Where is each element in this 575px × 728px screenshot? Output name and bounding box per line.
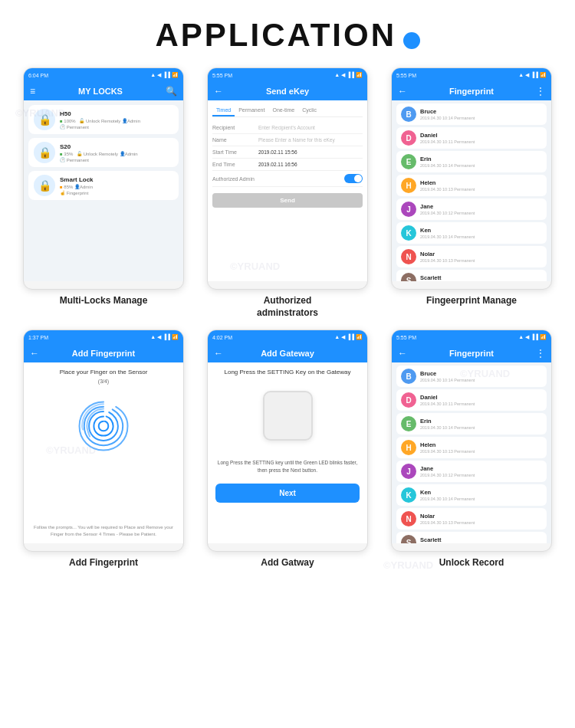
- ur-fp-avatar-helen: H: [401, 440, 416, 455]
- fp-info-erin: Erin2019.04.30 10:14 Permanent: [420, 156, 475, 168]
- lock-item-h50: 🔒 H50 ■ 100% 🔓 Unlock Remotely 👤Admin 🕐 …: [28, 105, 179, 134]
- ekey-val-name: Please Enter a Name for this eKey: [258, 137, 335, 143]
- status-icons-5: ▲ ◀ ▐▐ 📶: [334, 334, 363, 340]
- next-button[interactable]: Next: [215, 484, 360, 503]
- ekey-row-admin: Authorized Admin: [212, 171, 363, 187]
- caption-send-ekey: Authorized adminstrators: [257, 295, 318, 319]
- tab-onetime[interactable]: One-time: [268, 105, 298, 116]
- status-bar-1: 6:04 PM ▲ ◀ ▐▐ 📶: [24, 68, 183, 82]
- lock-item-s20: 🔒 S20 ■ 35% 🔓 Unlock Remotely 👤Admin 🕐 P…: [28, 138, 179, 167]
- status-bar-2: 5:55 PM ▲ ◀ ▐▐ 📶: [208, 68, 367, 82]
- fp-item-erin: E Erin2019.04.30 10:14 Permanent: [396, 151, 547, 172]
- more-icon-fp[interactable]: ⋮: [536, 86, 545, 97]
- fp-info-nolar: Nolar2019.04.30 10:13 Permanent: [420, 251, 475, 263]
- ur-fp-item-nolar: N Nolar2019.04.30 10:13 Permanent: [396, 508, 547, 530]
- phone-cell-fp-manage: 5:55 PM ▲ ◀ ▐▐ 📶 ← Fingerprint ⋮ B Bruce…: [385, 67, 558, 319]
- phone-cell-add-gw: 4:02 PM ▲ ◀ ▐▐ 📶 ← Add Gateway Long Pres…: [201, 330, 374, 581]
- status-bar-3: 5:55 PM ▲ ◀ ▐▐ 📶: [392, 68, 551, 82]
- fp-list: B Bruce2019.04.30 10:14 Permanent D Dani…: [392, 100, 551, 281]
- ur-fp-info-daniel: Daniel2019.04.30 10:11 Permanent: [420, 394, 475, 406]
- phone-frame-my-locks: 6:04 PM ▲ ◀ ▐▐ 📶 ≡ MY LOCKS 🔍 🔒 H50 ■ 10…: [23, 67, 184, 290]
- fp-item-ken: K Ken2019.04.30 10:14 Permanent: [396, 222, 547, 244]
- lock-icon-h50: 🔒: [34, 109, 55, 130]
- lock-name-smart: Smart Lock: [60, 176, 173, 183]
- tab-permanent[interactable]: Permanent: [235, 105, 268, 116]
- caption-my-locks: Multi-Locks Manage: [60, 295, 148, 307]
- add-fp-content: Place your Finger on the Sensor (3/4) Fo…: [24, 362, 183, 543]
- phone-header-add-fp: ← Add Fingerprint: [24, 344, 183, 362]
- menu-icon[interactable]: ≡: [30, 86, 35, 97]
- ekey-label-name: Name: [212, 137, 258, 143]
- ur-fp-info-erin: Erin2019.04.30 10:14 Permanent: [420, 418, 475, 430]
- add-fp-instruction: Place your Finger on the Sensor: [60, 369, 148, 375]
- lock-name-h50: H50: [60, 110, 173, 117]
- header-title-unlock: Fingerprint: [407, 349, 536, 358]
- header-title-fp: Fingerprint: [407, 87, 536, 96]
- ekey-row-start: Start Time 2019.02.11 15:56: [212, 146, 363, 159]
- status-time-5: 4:02 PM: [212, 335, 232, 340]
- status-time-4: 1:37 PM: [28, 335, 48, 340]
- lock-meta-smart: ■ 85% 👤Admin: [60, 184, 173, 189]
- app-header: APPLICATION: [0, 0, 575, 67]
- fp-avatar-nolar: N: [401, 249, 416, 264]
- fp-info-helen: Helen2019.04.30 10:13 Permanent: [420, 179, 475, 192]
- fp-avatar-bruce: B: [401, 107, 416, 122]
- ekey-row-end: End Time 2019.02.11 16:56: [212, 159, 363, 171]
- fp-item-scarlett: S Scarlett2019.04.30 10:12 Permanent: [396, 270, 547, 281]
- ekey-row-recipient: Recipient Enter Recipient's Account: [212, 122, 363, 134]
- ur-fp-item-ken: K Ken2019.04.30 10:14 Permanent: [396, 484, 547, 506]
- caption-add-gw: Add Gatway: [261, 557, 314, 569]
- ekey-val-recipient: Enter Recipient's Account: [258, 125, 315, 130]
- caption-add-fp: Add Fingerprint: [69, 557, 138, 569]
- fp-avatar-scarlett: S: [401, 273, 416, 281]
- back-icon-add-gw[interactable]: ←: [214, 348, 223, 359]
- ekey-val-start: 2019.02.11 15:56: [258, 149, 297, 155]
- fp-info-bruce: Bruce2019.04.30 10:14 Permanent: [420, 108, 475, 120]
- phone-frame-unlock-record: 5:55 PM ▲ ◀ ▐▐ 📶 ← Fingerprint ⋮ B Bruce…: [391, 330, 552, 552]
- lock-name-s20: S20: [60, 143, 173, 150]
- header-title-add-fp: Add Fingerprint: [39, 349, 168, 358]
- lock-info-h50: H50 ■ 100% 🔓 Unlock Remotely 👤Admin 🕐 Pe…: [60, 110, 173, 130]
- header-title-send-ekey: Send eKey: [223, 87, 352, 96]
- ur-fp-avatar-ken: K: [401, 487, 416, 503]
- header-title-add-gw: Add Gateway: [223, 349, 352, 358]
- lock-meta2-s20: 🕐 Permanent: [60, 157, 173, 162]
- fp-item-daniel: D Daniel2019.04.30 10:11 Permanent: [396, 127, 547, 149]
- tab-timed[interactable]: Timed: [212, 105, 235, 116]
- ur-fp-avatar-nolar: N: [401, 511, 416, 526]
- search-icon[interactable]: 🔍: [166, 86, 177, 97]
- phone-header-add-gw: ← Add Gateway: [208, 344, 367, 362]
- fp-info-ken: Ken2019.04.30 10:14 Permanent: [420, 227, 475, 239]
- phone-cell-add-fp: 1:37 PM ▲ ◀ ▐▐ 📶 ← Add Fingerprint Place…: [17, 330, 190, 581]
- ur-fp-avatar-scarlett: S: [401, 535, 416, 543]
- fp-item-nolar: N Nolar2019.04.30 10:13 Permanent: [396, 246, 547, 267]
- phone-header-send-ekey: ← Send eKey: [208, 82, 367, 100]
- ur-fp-item-jane: J Jane2019.04.30 10:12 Permanent: [396, 461, 547, 482]
- phone-header-unlock: ← Fingerprint ⋮: [392, 344, 551, 362]
- ur-fp-item-scarlett: S Scarlett2019.04.30 10:12 Permanent: [396, 532, 547, 543]
- lock-icon-smart: 🔒: [34, 175, 55, 196]
- title-dot-decoration: [403, 32, 420, 49]
- gateway-device: [263, 391, 313, 441]
- status-bar-6: 5:55 PM ▲ ◀ ▐▐ 📶: [392, 330, 551, 344]
- ekey-content: Timed Permanent One-time Cyclic Recipien…: [208, 100, 367, 281]
- authorized-admin-toggle[interactable]: [344, 174, 363, 183]
- status-time-1: 6:04 PM: [28, 73, 48, 78]
- lock-info-s20: S20 ■ 35% 🔓 Unlock Remotely 👤Admin 🕐 Per…: [60, 143, 173, 162]
- back-icon-fp[interactable]: ←: [398, 86, 407, 97]
- back-icon-ekey[interactable]: ←: [214, 86, 223, 97]
- back-icon-unlock[interactable]: ←: [398, 348, 407, 359]
- phone-frame-send-ekey: 5:55 PM ▲ ◀ ▐▐ 📶 ← Send eKey Timed Perma…: [207, 67, 368, 290]
- status-icons-3: ▲ ◀ ▐▐ 📶: [518, 72, 547, 78]
- more-icon-unlock[interactable]: ⋮: [536, 348, 545, 359]
- phone-header-my-locks: ≡ MY LOCKS 🔍: [24, 82, 183, 100]
- tab-cyclic[interactable]: Cyclic: [298, 105, 320, 116]
- lock-icon-s20: 🔒: [34, 142, 55, 163]
- back-icon-add-fp[interactable]: ←: [30, 348, 39, 359]
- ekey-label-end: End Time: [212, 162, 258, 167]
- send-button[interactable]: Send: [212, 193, 363, 208]
- status-icons-2: ▲ ◀ ▐▐ 📶: [334, 72, 363, 78]
- ur-fp-avatar-jane: J: [401, 464, 416, 479]
- ekey-label-recipient: Recipient: [212, 125, 258, 130]
- fp-item-helen: H Helen2019.04.30 10:13 Permanent: [396, 175, 547, 196]
